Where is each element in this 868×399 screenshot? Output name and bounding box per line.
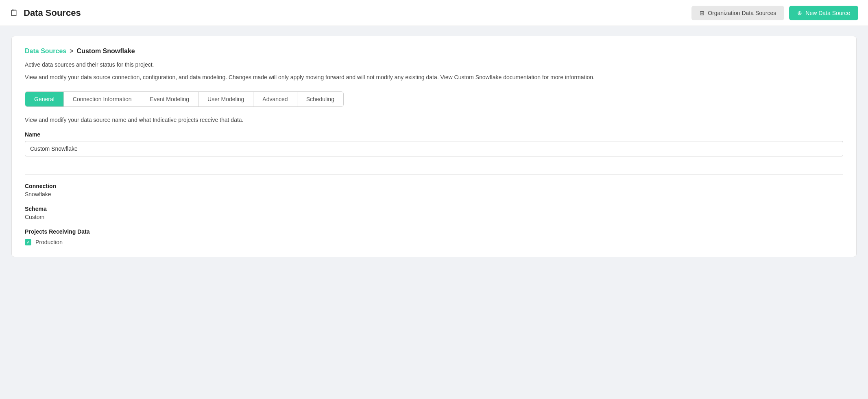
org-icon: ⊞ [700, 10, 704, 16]
plus-circle-icon: ⊕ [797, 10, 802, 16]
tab-general[interactable]: General [25, 92, 64, 106]
new-btn-label: New Data Source [805, 10, 850, 16]
general-section-desc: View and modify your data source name an… [25, 117, 843, 123]
schema-block: Schema Custom [25, 206, 843, 220]
short-description: Active data sources and their status for… [25, 61, 843, 68]
name-input[interactable] [25, 141, 843, 156]
schema-value: Custom [25, 214, 843, 220]
connection-label: Connection [25, 183, 843, 189]
top-header: 🗒 Data Sources ⊞ Organization Data Sourc… [0, 0, 868, 26]
long-description: View and modify your data source connect… [25, 73, 843, 82]
tab-user-modeling[interactable]: User Modeling [198, 92, 253, 106]
breadcrumb-separator: > [70, 48, 73, 55]
header-left: 🗒 Data Sources [10, 8, 81, 18]
tab-connection-information[interactable]: Connection Information [64, 92, 141, 106]
name-label: Name [25, 131, 843, 138]
tab-advanced[interactable]: Advanced [253, 92, 297, 106]
org-data-sources-button[interactable]: ⊞ Organization Data Sources [691, 6, 784, 20]
project-production-label: Production [35, 239, 63, 245]
divider-1 [25, 174, 843, 175]
datasources-icon: 🗒 [10, 8, 19, 18]
connection-block: Connection Snowflake [25, 183, 843, 197]
projects-label: Projects Receiving Data [25, 228, 843, 235]
project-item-production: Production [25, 239, 843, 245]
breadcrumb-current: Custom Snowflake [77, 48, 135, 55]
connection-value: Snowflake [25, 191, 843, 197]
page-title: Data Sources [24, 8, 81, 18]
schema-label: Schema [25, 206, 843, 212]
tab-event-modeling[interactable]: Event Modeling [141, 92, 199, 106]
content-card: Data Sources > Custom Snowflake Active d… [11, 36, 857, 257]
header-right: ⊞ Organization Data Sources ⊕ New Data S… [691, 6, 858, 20]
tab-scheduling[interactable]: Scheduling [297, 92, 343, 106]
breadcrumb-link[interactable]: Data Sources [25, 48, 66, 55]
tab-bar: General Connection Information Event Mod… [25, 91, 344, 107]
breadcrumb: Data Sources > Custom Snowflake [25, 48, 843, 55]
org-btn-label: Organization Data Sources [708, 10, 776, 16]
main-content: Data Sources > Custom Snowflake Active d… [0, 26, 868, 267]
project-production-checkbox[interactable] [25, 239, 31, 245]
new-data-source-button[interactable]: ⊕ New Data Source [789, 6, 858, 20]
